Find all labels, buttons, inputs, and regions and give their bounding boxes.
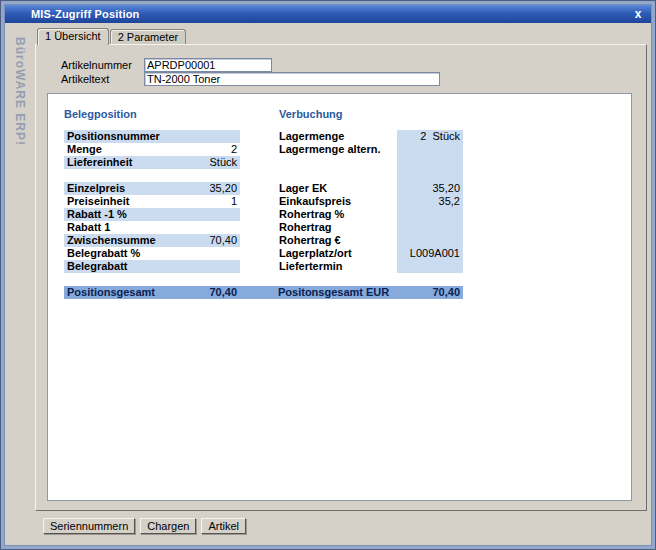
verbuchung-row: Lagermenge2Stück — [279, 130, 463, 143]
field-value-cell: 35,20 — [397, 182, 463, 195]
tab-bar: 1 Übersicht2 Parameter — [35, 27, 647, 44]
field-label: Preiseinheit — [67, 195, 231, 208]
belegposition-header: Belegposition — [64, 108, 137, 120]
positionsgesamt-label: Positionsgesamt — [64, 286, 174, 299]
belegposition-row: Zwischensumme70,40 — [64, 234, 240, 247]
window-title: MIS-Zugriff Position — [31, 8, 630, 20]
field-label: Einkaufspreis — [279, 195, 397, 208]
field-value — [400, 208, 460, 221]
field-label: Einzelpreis — [67, 182, 209, 195]
verbuchung-row: Liefertermin — [279, 260, 463, 273]
close-button[interactable]: x — [630, 7, 646, 21]
field-label: Menge — [67, 143, 231, 156]
field-label: Rohertrag € — [279, 234, 397, 247]
field-value — [400, 156, 460, 169]
brand-text: BüroWARE ERP! — [13, 37, 27, 146]
belegposition-row: Rabatt -1 % — [64, 208, 240, 221]
field-value: Stück — [209, 156, 237, 169]
window-inner: MIS-Zugriff Position x BüroWARE ERP! 1 Ü… — [4, 4, 652, 546]
artikelnummer-label: Artikelnummer — [61, 59, 144, 71]
artikeltext-row: Artikeltext — [61, 72, 440, 86]
titlebar[interactable]: MIS-Zugriff Position x — [5, 5, 651, 23]
verbuchung-row — [279, 156, 463, 169]
field-value: 35,2 — [400, 195, 460, 208]
field-value: 2 — [400, 130, 426, 143]
field-value-cell: L009A001 — [397, 247, 463, 260]
field-label: Rabatt 1 — [67, 221, 237, 234]
belegposition-rows: PositionsnummerMenge2LiefereinheitStückE… — [64, 130, 240, 273]
button-bar: SeriennummernChargenArtikel — [35, 511, 647, 545]
field-label: Zwischensumme — [67, 234, 209, 247]
main-area: 1 Übersicht2 Parameter Artikelnummer Art… — [35, 23, 651, 545]
field-value — [400, 234, 460, 247]
dialog-window: MIS-Zugriff Position x BüroWARE ERP! 1 Ü… — [0, 0, 656, 550]
positionsgesamt-eur-value: 70,40 — [405, 286, 463, 299]
verbuchung-row: Lager EK35,20 — [279, 182, 463, 195]
verbuchung-row: Rohertrag % — [279, 208, 463, 221]
positionsgesamt-eur-label: Positonsgesamt EUR — [278, 286, 405, 299]
belegposition-row: Menge2 — [64, 143, 240, 156]
belegposition-row: Belegrabatt — [64, 260, 240, 273]
field-label: Lagermenge altern. — [279, 143, 397, 156]
seriennummern-button[interactable]: Seriennummern — [43, 518, 135, 534]
field-value-cell — [397, 156, 463, 169]
brand-strip: BüroWARE ERP! — [5, 23, 35, 545]
window-body: BüroWARE ERP! 1 Übersicht2 Parameter Art… — [5, 23, 651, 545]
spacer-row — [279, 169, 463, 182]
field-label: Lagerplatz/ort — [279, 247, 397, 260]
field-value: L009A001 — [400, 247, 460, 260]
chargen-button[interactable]: Chargen — [140, 518, 196, 534]
positionsgesamt-value: 70,40 — [174, 286, 237, 299]
verbuchung-row: Rohertrag — [279, 221, 463, 234]
field-value — [400, 260, 460, 273]
field-label: Lagermenge — [279, 130, 397, 143]
field-label — [279, 169, 397, 182]
tab-parameter[interactable]: 2 Parameter — [110, 29, 187, 44]
belegposition-row: Positionsnummer — [64, 130, 240, 143]
verbuchung-row: Lagerplatz/ortL009A001 — [279, 247, 463, 260]
position-detail-panel: Belegposition Verbuchung Positionsnummer… — [47, 93, 632, 501]
field-label: Rohertrag — [279, 221, 397, 234]
field-value — [400, 221, 460, 234]
total-row-spacer — [237, 286, 278, 299]
total-row: Positionsgesamt 70,40 Positonsgesamt EUR… — [64, 286, 463, 299]
field-value-cell — [397, 169, 463, 182]
field-label: Lager EK — [279, 182, 397, 195]
field-value-cell — [397, 234, 463, 247]
field-unit: Stück — [426, 130, 460, 143]
field-label: Belegrabatt % — [67, 247, 237, 260]
field-value-cell: 35,2 — [397, 195, 463, 208]
belegposition-row: Belegrabatt % — [64, 247, 240, 260]
artikelnummer-input[interactable] — [144, 58, 272, 72]
field-value: 70,40 — [209, 234, 237, 247]
field-label: Positionsnummer — [67, 130, 237, 143]
field-label: Liefertermin — [279, 260, 397, 273]
verbuchung-row: Rohertrag € — [279, 234, 463, 247]
belegposition-row: Preiseinheit1 — [64, 195, 240, 208]
field-value: 35,20 — [400, 182, 460, 195]
field-label: Rohertrag % — [279, 208, 397, 221]
belegposition-row: Einzelpreis35,20 — [64, 182, 240, 195]
verbuchung-rows: Lagermenge2StückLagermenge altern.Lager … — [279, 130, 463, 273]
field-value — [400, 169, 460, 182]
verbuchung-row: Lagermenge altern. — [279, 143, 463, 156]
field-label: Rabatt -1 % — [67, 208, 237, 221]
field-value-cell — [397, 221, 463, 234]
field-value: 1 — [231, 195, 237, 208]
artikel-button[interactable]: Artikel — [201, 518, 246, 534]
field-label — [279, 156, 397, 169]
artikeltext-input[interactable] — [144, 72, 440, 86]
tab-uebersicht[interactable]: 1 Übersicht — [37, 28, 109, 45]
field-label: Liefereinheit — [67, 156, 209, 169]
spacer-row — [64, 169, 240, 182]
field-value: 35,20 — [209, 182, 237, 195]
field-value-cell: 2Stück — [397, 130, 463, 143]
belegposition-row: LiefereinheitStück — [64, 156, 240, 169]
field-label: Belegrabatt — [67, 260, 237, 273]
verbuchung-header: Verbuchung — [279, 108, 343, 120]
field-value: 2 — [231, 143, 237, 156]
field-value-cell — [397, 143, 463, 156]
field-value-cell — [397, 208, 463, 221]
verbuchung-row: Einkaufspreis35,2 — [279, 195, 463, 208]
artikelnummer-row: Artikelnummer — [61, 58, 272, 72]
